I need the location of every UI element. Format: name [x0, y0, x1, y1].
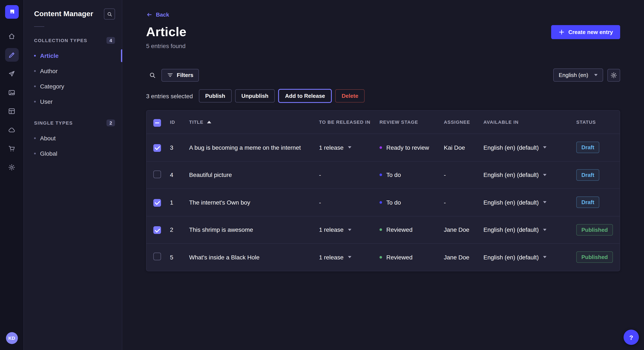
sidebar-item-category[interactable]: Category	[24, 79, 122, 94]
nav-releases-button[interactable]	[5, 67, 18, 80]
status-badge: Published	[576, 252, 613, 263]
page-title: Article	[146, 25, 186, 39]
release-caret-icon	[348, 147, 351, 149]
cell-review-stage: To do	[380, 199, 444, 206]
help-button[interactable]: ?	[624, 330, 639, 345]
table-row[interactable]: 3 A bug is becoming a meme on the intern…	[146, 134, 620, 161]
sidebar-item-author[interactable]: Author	[24, 63, 122, 79]
releases-icon	[8, 70, 15, 77]
search-button[interactable]	[146, 69, 159, 81]
app-window: KD Content Manager COLLECTION TYPES 4 Ar…	[0, 0, 644, 350]
cell-available-in[interactable]: English (en) (default)	[484, 254, 576, 261]
cell-available-in[interactable]: English (en) (default)	[484, 144, 576, 151]
stage-label: Reviewed	[386, 226, 412, 233]
user-avatar[interactable]: KD	[6, 332, 18, 344]
nav-cloud-button[interactable]	[5, 123, 18, 137]
back-link[interactable]: Back	[146, 11, 169, 18]
row-checkbox[interactable]	[153, 226, 161, 234]
locale-caret-icon	[543, 256, 546, 258]
sidebar-item-global[interactable]: Global	[24, 146, 122, 161]
cell-review-stage: Reviewed	[380, 226, 444, 233]
cell-release[interactable]: 1 release	[319, 254, 380, 261]
single-types-count-badge: 2	[106, 120, 115, 126]
nav-rail-icons	[5, 29, 18, 174]
sidebar-item-user[interactable]: User	[24, 94, 122, 109]
header-title-sort-button[interactable]: TITLE	[189, 120, 211, 125]
header-available-in: AVAILABLE IN	[484, 120, 576, 125]
table-row[interactable]: 5 What's inside a Black Hole 1 release R…	[146, 243, 620, 271]
back-label: Back	[156, 11, 169, 18]
add-to-release-button[interactable]: Add to Release	[278, 89, 332, 103]
create-new-entry-button[interactable]: Create new entry	[551, 25, 620, 39]
cell-id: 1	[170, 199, 189, 206]
row-checkbox[interactable]	[153, 144, 161, 152]
release-count: -	[319, 172, 321, 178]
row-checkbox[interactable]	[153, 171, 161, 178]
search-icon	[149, 72, 156, 78]
stage-dot	[380, 256, 382, 259]
cell-release[interactable]: 1 release	[319, 226, 380, 233]
cell-release[interactable]: -	[319, 199, 380, 206]
locale-caret-icon	[543, 174, 546, 176]
status-badge: Draft	[576, 169, 600, 181]
entries-count: 5 entries found	[146, 42, 620, 49]
row-checkbox[interactable]	[153, 199, 161, 206]
publish-button[interactable]: Publish	[199, 89, 232, 103]
table-row[interactable]: 4 Beautiful picture - To do - English (e…	[146, 161, 620, 188]
home-icon	[8, 32, 15, 40]
cloud-icon	[8, 126, 15, 133]
sidebar-item-article[interactable]: Article	[24, 48, 122, 63]
row-checkbox[interactable]	[153, 253, 161, 260]
delete-button[interactable]: Delete	[335, 89, 364, 103]
cell-status: Draft	[576, 142, 613, 153]
sidebar-search-button[interactable]	[104, 8, 115, 19]
stage-label: To do	[386, 199, 401, 206]
sidebar-item-about[interactable]: About	[24, 131, 122, 146]
collection-types-section: COLLECTION TYPES 4 Article Author Catego…	[24, 35, 122, 109]
cell-available-in[interactable]: English (en) (default)	[484, 172, 576, 178]
filters-button[interactable]: Filters	[162, 69, 199, 81]
view-settings-button[interactable]	[607, 69, 620, 81]
nav-home-button[interactable]	[5, 29, 18, 43]
header-title-label: TITLE	[189, 120, 204, 125]
nav-content-type-builder-button[interactable]	[5, 104, 18, 118]
gear-icon	[610, 72, 617, 78]
locale-select[interactable]: English (en)	[553, 68, 603, 82]
selection-count-label: 3 entries selected	[146, 93, 193, 99]
entries-table: ID TITLE TO BE RELEASED IN REVIEW STAGE …	[146, 110, 620, 271]
cell-title: The internet's Own boy	[189, 199, 319, 206]
nav-marketplace-button[interactable]	[5, 142, 18, 155]
cell-review-stage: Ready to review	[380, 144, 444, 151]
marketplace-icon	[8, 145, 15, 152]
cell-title: A bug is becoming a meme on the internet	[189, 144, 319, 151]
strapi-logo[interactable]	[5, 5, 18, 19]
stage-dot	[380, 201, 382, 204]
release-count: 1 release	[319, 254, 344, 261]
sidebar-item-label: Article	[40, 52, 58, 59]
table-row[interactable]: 1 The internet's Own boy - To do - Engli…	[146, 188, 620, 216]
cell-release[interactable]: 1 release	[319, 144, 380, 151]
bullet-icon	[34, 70, 36, 72]
release-caret-icon	[348, 229, 351, 231]
select-all-checkbox[interactable]	[153, 119, 161, 127]
bullet-icon	[34, 85, 36, 87]
header-status: STATUS	[576, 120, 613, 125]
sidebar-item-label: About	[40, 135, 56, 142]
nav-media-library-button[interactable]	[5, 85, 18, 99]
release-count: 1 release	[319, 226, 344, 233]
cell-available-in[interactable]: English (en) (default)	[484, 199, 576, 206]
nav-settings-button[interactable]	[5, 160, 18, 174]
plus-icon	[558, 29, 565, 35]
locale-caret-icon	[543, 229, 546, 231]
locale-label: English (en) (default)	[484, 144, 539, 151]
header-review-stage: REVIEW STAGE	[380, 120, 444, 125]
cell-available-in[interactable]: English (en) (default)	[484, 226, 576, 233]
locale-value: English (en)	[559, 72, 588, 78]
table-row[interactable]: 2 This shrimp is awesome 1 release Revie…	[146, 216, 620, 243]
nav-content-manager-button[interactable]	[5, 48, 18, 62]
header-assignee: ASSIGNEE	[444, 120, 484, 125]
settings-icon	[8, 164, 15, 171]
unpublish-button[interactable]: Unpublish	[235, 89, 275, 103]
cell-release[interactable]: -	[319, 172, 380, 178]
stage-dot	[380, 146, 382, 149]
